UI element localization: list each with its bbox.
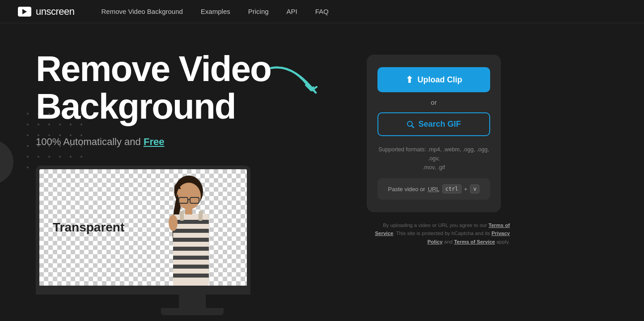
supported-formats-text: Supported formats: .mp4, .webm, .ogg, .o… [377,145,490,172]
svg-point-17 [169,215,178,231]
upload-panel: ⬆ Upload Clip or Search GIF Supported fo… [367,55,501,315]
half-circle-decoration [0,140,13,184]
monitor-label: Transparent [53,220,124,235]
search-icon [407,120,415,128]
svg-point-2 [177,183,201,210]
main-content: Remove Video Background 100% Automatical… [0,23,644,315]
upload-clip-button[interactable]: ⬆ Upload Clip [377,67,490,92]
nav-link-faq[interactable]: FAQ [315,8,329,15]
svg-rect-13 [173,265,209,269]
svg-rect-6 [185,208,192,215]
monitor-stand-base [161,308,224,315]
svg-rect-8 [173,220,209,224]
svg-line-19 [412,125,414,128]
url-link[interactable]: URL [428,186,440,193]
person-figure [148,171,220,286]
footer-note: By uploading a video or URL you agree to… [367,221,510,246]
logo-icon [18,7,31,17]
monitor-frame: Transparent [36,166,250,295]
search-gif-button[interactable]: Search GIF [377,112,490,136]
monitor-display: Transparent [36,166,349,315]
v-key: v [470,184,479,193]
nav-link-examples[interactable]: Examples [201,8,230,15]
nav-link-remove-video[interactable]: Remove Video Background [102,8,183,15]
svg-rect-10 [173,238,209,242]
hero-title: Remove Video Background [36,50,271,125]
logo-link[interactable]: unscreen [18,6,75,17]
svg-rect-9 [173,229,209,233]
logo-text: unscreen [36,6,75,17]
tos2-link[interactable]: Terms of Service [454,239,495,244]
paste-row: Paste video or URL ctrl + v [377,178,490,200]
svg-rect-14 [173,274,209,278]
monitor-stand-neck [179,295,206,308]
navbar: unscreen Remove Video Background Example… [0,0,644,23]
svg-rect-16 [198,211,203,221]
monitor-screen: Transparent [39,169,247,286]
upload-icon: ⬆ [406,74,413,85]
svg-rect-11 [173,247,209,251]
arrow-decoration [267,64,325,104]
upload-card: ⬆ Upload Clip or Search GIF Supported fo… [367,55,501,212]
nav-link-pricing[interactable]: Pricing [248,8,269,15]
svg-rect-15 [179,211,184,221]
svg-rect-12 [173,256,209,260]
or-divider: or [377,98,490,106]
hero-section: Remove Video Background 100% Automatical… [36,50,349,315]
nav-link-api[interactable]: API [287,8,297,15]
nav-links: Remove Video Background Examples Pricing… [102,8,329,16]
ctrl-key: ctrl [442,184,462,193]
